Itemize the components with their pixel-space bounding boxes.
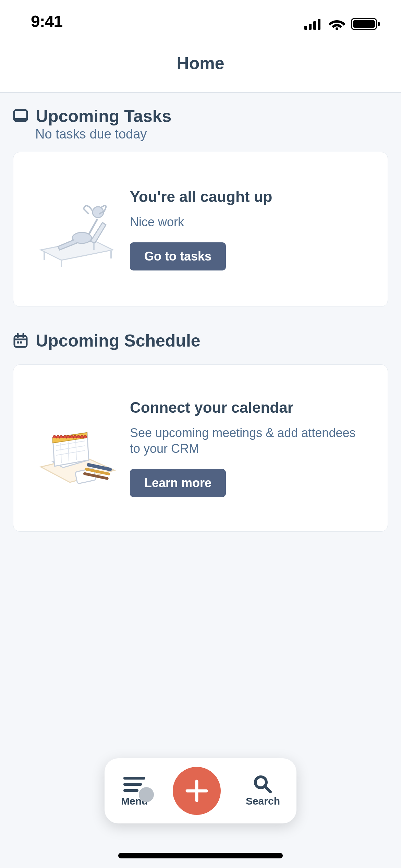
content: Upcoming Tasks No tasks due today You're… xyxy=(0,93,401,532)
status-indicators xyxy=(304,17,380,31)
menu-indicator-dot xyxy=(139,787,154,802)
tasks-card: You're all caught up Nice work Go to tas… xyxy=(13,152,388,307)
svg-rect-7 xyxy=(378,22,380,26)
relax-illustration xyxy=(34,186,120,272)
learn-more-button[interactable]: Learn more xyxy=(130,469,226,497)
svg-line-43 xyxy=(265,786,270,792)
tasks-card-sub: Nice work xyxy=(130,214,367,230)
schedule-card: Connect your calendar See upcoming meeti… xyxy=(13,364,388,532)
svg-rect-0 xyxy=(304,26,307,30)
schedule-card-title: Connect your calendar xyxy=(130,399,367,417)
schedule-card-body: Connect your calendar See upcoming meeti… xyxy=(130,399,367,497)
tasks-section-title: Upcoming Tasks xyxy=(36,106,171,126)
nav-header: Home xyxy=(0,34,401,93)
search-icon xyxy=(252,775,274,794)
menu-button[interactable]: Menu xyxy=(121,775,148,807)
cellular-icon xyxy=(304,18,323,30)
status-time: 9:41 xyxy=(31,12,62,31)
svg-rect-21 xyxy=(17,341,19,343)
search-button[interactable]: Search xyxy=(246,775,280,807)
tasks-section-subtitle: No tasks due today xyxy=(35,127,388,142)
bottom-bar: Menu Search xyxy=(105,758,296,823)
wifi-icon xyxy=(328,18,345,30)
calendar-illustration xyxy=(34,405,120,491)
add-button[interactable] xyxy=(173,767,221,815)
status-bar: 9:41 xyxy=(0,0,401,34)
tasks-card-body: You're all caught up Nice work Go to tas… xyxy=(130,188,367,270)
svg-rect-3 xyxy=(318,19,320,30)
tasks-card-title: You're all caught up xyxy=(130,188,367,206)
plus-icon xyxy=(183,777,210,805)
schedule-section-title: Upcoming Schedule xyxy=(36,331,200,351)
go-to-tasks-button[interactable]: Go to tasks xyxy=(130,242,226,270)
svg-point-4 xyxy=(336,27,338,30)
tasks-section-header: Upcoming Tasks xyxy=(13,106,388,126)
svg-rect-22 xyxy=(20,341,22,343)
page-title: Home xyxy=(177,53,224,73)
schedule-card-sub: See upcoming meetings & add attendees to… xyxy=(130,425,367,457)
svg-rect-9 xyxy=(14,118,27,121)
search-label: Search xyxy=(246,795,280,807)
battery-icon xyxy=(351,17,380,31)
tasks-icon xyxy=(13,109,28,124)
svg-rect-2 xyxy=(313,21,316,30)
home-indicator[interactable] xyxy=(118,853,283,858)
svg-rect-1 xyxy=(309,24,312,30)
schedule-section-header: Upcoming Schedule xyxy=(13,331,388,351)
calendar-icon xyxy=(13,333,28,348)
svg-rect-6 xyxy=(353,20,375,28)
